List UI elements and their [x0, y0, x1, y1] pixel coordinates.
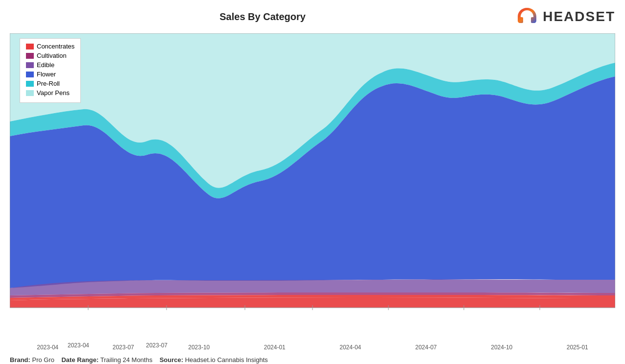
- legend-color-edible: [26, 62, 34, 68]
- legend-label-preroll: Pre-Roll: [37, 80, 60, 87]
- x-label-2023-07: 2023-07: [146, 342, 168, 349]
- legend-item-concentrates: Concentrates: [26, 43, 74, 50]
- legend-label-concentrates: Concentrates: [37, 43, 74, 50]
- logo-text: HEADSET: [543, 9, 615, 24]
- legend-label-edible: Edible: [37, 61, 54, 69]
- headset-logo-icon: [515, 5, 539, 28]
- source-value: Headset.io Cannabis Insights: [185, 356, 268, 364]
- area-chart: [10, 33, 615, 317]
- x-axis-labels: 2023-04 2023-07: [10, 342, 615, 353]
- legend-color-preroll: [26, 81, 34, 87]
- brand-label: Brand:: [10, 356, 30, 364]
- date-range-value: Trailing 24 Months: [100, 356, 152, 364]
- chart-legend: Concentrates Cultivation Edible Flower P…: [20, 38, 81, 103]
- source-label: Source:: [160, 356, 183, 364]
- logo-area: HEADSET: [515, 5, 615, 28]
- legend-item-flower: Flower: [26, 71, 74, 78]
- brand-value: Pro Gro: [32, 356, 55, 364]
- legend-item-edible: Edible: [26, 61, 74, 69]
- header: Sales By Category HEADSET: [0, 0, 625, 28]
- x-label-2023-04: 2023-04: [68, 342, 89, 349]
- chart-footer: Brand: Pro Gro Date Range: Trailing 24 M…: [0, 356, 625, 364]
- legend-item-preroll: Pre-Roll: [26, 80, 74, 87]
- legend-label-cultivation: Cultivation: [37, 52, 67, 59]
- legend-color-flower: [26, 72, 34, 77]
- legend-label-flower: Flower: [37, 71, 56, 78]
- legend-color-concentrates: [26, 44, 34, 49]
- legend-color-cultivation: [26, 53, 34, 59]
- legend-item-cultivation: Cultivation: [26, 52, 74, 59]
- legend-item-vapor-pens: Vapor Pens: [26, 89, 74, 97]
- legend-color-vapor-pens: [26, 90, 34, 96]
- chart-title: Sales By Category: [10, 11, 515, 23]
- chart-container: Sales By Category HEADSET: [0, 0, 625, 364]
- legend-label-vapor-pens: Vapor Pens: [37, 89, 70, 97]
- date-range-label: Date Range:: [61, 356, 98, 364]
- chart-wrapper: Concentrates Cultivation Edible Flower P…: [10, 33, 615, 317]
